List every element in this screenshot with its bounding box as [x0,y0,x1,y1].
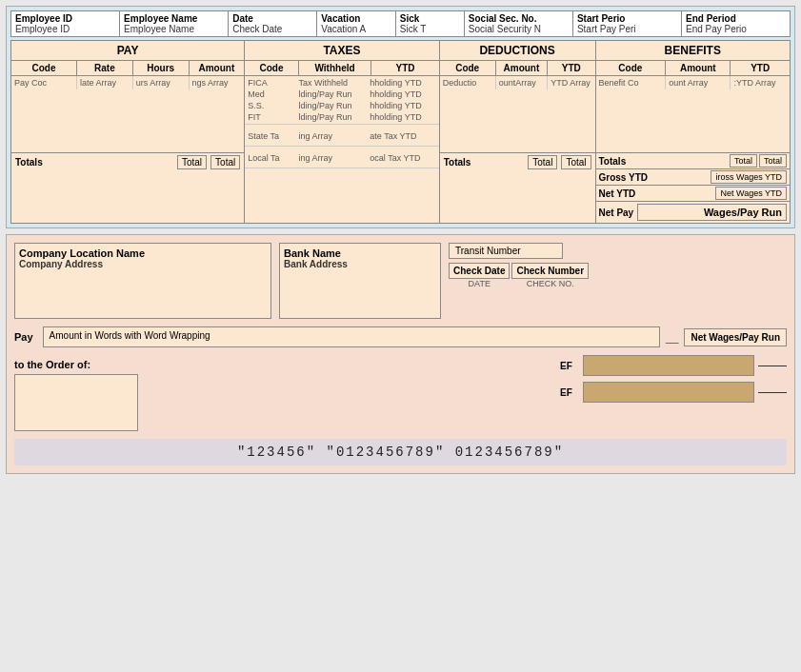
benefits-data-area: Benefit Co ount Array :YTD Array [596,76,791,152]
employee-name-cell: Employee Name Employee Name [120,11,229,36]
vacation-label: Vacation [321,13,391,24]
ded-ytd-header: YTD [548,61,594,75]
local-tax-row: Local Ta ing Array ocal Tax YTD [245,152,439,164]
end-period-value: End Pay Perio [686,24,786,34]
pay-total1: Total [177,155,207,169]
ef-label-1: EF [560,361,579,371]
sig-line-1 [758,366,787,366]
deductions-data-area: Deductio ountArray YTD Array [440,76,595,152]
amount-dashes: __ [666,330,678,344]
end-period-cell: End Period End Pay Perio [682,11,790,36]
med-row: Med lding/Pay Run hholding YTD [245,89,439,100]
sig-box-2 [583,382,754,403]
main-grid: PAY Code Rate Hours Amount Pay Coc late … [10,40,791,224]
employee-id-value: Employee ID [15,24,115,34]
taxes-col-headers: Code Withheld YTD [245,61,439,76]
state-code: State Ta [248,131,298,141]
state-tax-group: State Ta ing Array ate Tax YTD [245,125,439,147]
employee-id-cell: Employee ID Employee ID [11,11,120,36]
net-pay-value: Wages/Pay Run [637,204,787,221]
amount-words-box: Amount in Words with Word Wrapping [43,326,661,347]
transit-number-field: Transit Number [449,243,563,259]
local-withheld: ing Array [299,153,370,163]
ben-total1: Total [730,154,757,168]
fica-code: FICA [248,78,298,88]
vacation-value: Vacation A [321,24,391,34]
pay-totals-label: Totals [15,157,43,168]
pay-rate-header: Rate [77,61,133,75]
pay-hours-header: Hours [133,61,190,75]
pay-data-rows: Pay Coc late Array urs Array ngs Array [11,76,244,89]
pay-amount-header: Amount [190,61,245,75]
local-tax-group: Local Ta ing Array ocal Tax YTD [245,147,439,168]
pay-data-hours: urs Array [133,76,190,89]
fit-code: FIT [248,112,298,122]
benefits-section: BENEFITS Code Amount YTD Benefit Co ount… [596,41,791,223]
sig-line-2 [758,392,787,393]
company-address: Company Address [19,259,267,269]
benefits-title: BENEFITS [596,41,791,61]
net-pay-row: Net Pay Wages/Pay Run [596,202,791,223]
local-ytd: ocal Tax YTD [370,153,435,163]
benefits-data-rows: Benefit Co ount Array :YTD Array [596,76,791,89]
pay-total2: Total [210,155,240,169]
net-wages-ytd: Net Wages YTD [715,187,787,200]
net-ytd-label: Net YTD [599,188,716,199]
deductions-col-headers: Code Amount YTD [440,61,595,76]
company-location-name: Company Location Name [19,247,267,259]
pay-code-header: Code [11,61,77,75]
gross-wages-ytd: iross Wages YTD [711,170,787,184]
social-sec-label: Social Sec. No. [469,13,569,24]
pay-data-amount: ngs Array [190,76,245,89]
social-sec-cell: Social Sec. No. Social Security N [465,11,573,36]
ben-data-ytd: :YTD Array [731,76,790,89]
employee-name-label: Employee Name [124,13,224,24]
transit-check-area: Transit Number Check Date DATE Check Num… [449,243,589,319]
ben-data-code: Benefit Co [596,76,667,89]
ded-data-amount: ountArray [496,76,549,89]
employee-name-value: Employee Name [124,24,224,34]
fit-ytd: hholding YTD [370,112,435,122]
gross-ytd-row: Gross YTD iross Wages YTD [596,169,791,186]
med-withheld: lding/Pay Run [299,89,370,99]
ss-withheld: lding/Pay Run [299,101,370,110]
deductions-section: DEDUCTIONS Code Amount YTD Deductio ount… [440,41,596,223]
ss-code: S.S. [248,101,298,110]
pay-section: PAY Code Rate Hours Amount Pay Coc late … [11,41,245,223]
check-section: Company Location Name Company Address Ba… [6,234,795,474]
fica-group: FICA Tax Withheld hholding YTD Med lding… [245,76,439,125]
bank-address: Bank Address [284,259,436,269]
ss-row: S.S. lding/Pay Run hholding YTD [245,100,439,111]
ded-code-header: Code [440,61,496,75]
net-wages-box: Net Wages/Pay Run [684,328,787,346]
taxes-data-area: FICA Tax Withheld hholding YTD Med lding… [245,76,439,168]
ben-totals-label: Totals [599,156,730,167]
gross-ytd-label: Gross YTD [599,172,711,183]
pay-footer: Totals Total Total [11,152,244,171]
state-withheld: ing Array [299,131,370,141]
med-code: Med [248,89,298,99]
pay-amount-row: Pay Amount in Words with Word Wrapping _… [14,326,787,347]
ben-ytd-header: YTD [731,61,790,75]
ded-total2: Total [561,155,591,169]
ef-label-2: EF [560,387,579,398]
sick-value: Sick T [400,24,460,34]
tax-withheld-header: Withheld [299,61,371,75]
pay-data-code: Pay Coc [11,76,77,89]
deductions-footer: Totals Total Total [440,152,595,171]
benefits-footer: Totals Total Total Gross YTD iross Wages… [596,152,791,223]
ben-total2: Total [759,154,787,168]
sig-box-1 [583,355,754,376]
taxes-title: TAXES [245,41,439,61]
state-ytd: ate Tax YTD [370,131,435,141]
social-sec-value: Social Security N [469,24,569,34]
ded-total1: Total [528,155,557,169]
micr-line: "123456" "0123456789" 0123456789" [14,439,787,465]
ben-code-header: Code [596,61,667,75]
deductions-data-rows: Deductio ountArray YTD Array [440,76,595,89]
start-period-label: Start Perio [577,13,677,24]
check-date-number: Check Date DATE Check Number CHECK NO. [449,263,589,288]
ben-amount-header: Amount [666,61,731,75]
paystub-top-section: Employee ID Employee ID Employee Name Em… [6,6,795,228]
ded-data-code: Deductio [440,76,496,89]
